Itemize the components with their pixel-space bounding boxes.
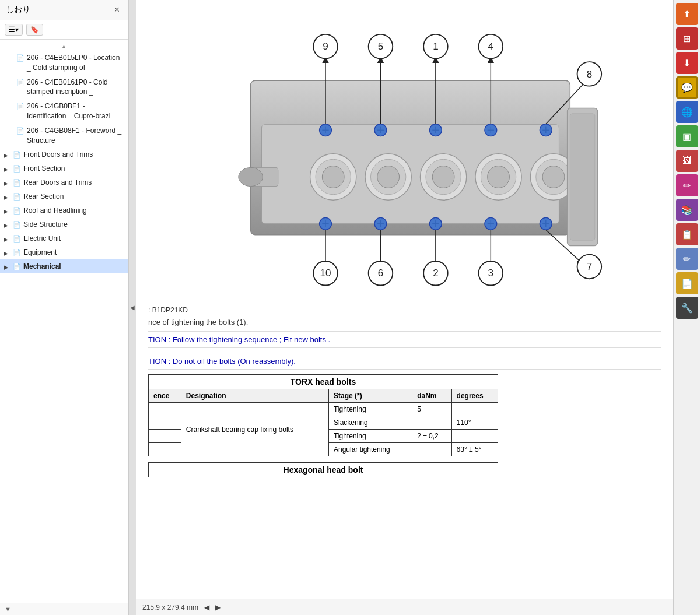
annotate-button[interactable]: ✏ (676, 248, 698, 270)
compare-button[interactable]: ▣ (676, 125, 698, 147)
cell-danm-4 (412, 443, 452, 456)
content-area[interactable]: 9 5 1 4 8 10 6 (136, 0, 673, 599)
svg-point-18 (239, 167, 263, 186)
engine-svg: 9 5 1 4 8 10 6 (206, 12, 603, 292)
sidebar-menu-button[interactable]: ☰▾ (5, 24, 23, 36)
expand-icon-1: ▶ (4, 152, 10, 159)
section-label-1: Front Doors and Trims (23, 150, 123, 159)
hex-table-header: Hexagonal head bolt (149, 463, 498, 477)
section-label-5: Roof and Headlining (23, 206, 123, 215)
tree-item-label-3: 206 - C4GB0BF1 - Identification _ Cupro-… (27, 101, 123, 121)
svg-text:9: 9 (323, 41, 328, 52)
section-doc-icon-9: 📄 (13, 263, 21, 270)
scroll-up-indicator: ▲ (0, 42, 128, 51)
tree-item-2[interactable]: 📄 206 - C4EB0161P0 - Cold stamped inscri… (0, 75, 128, 100)
sidebar-footer: ▼ (0, 603, 128, 615)
sidebar-header: しおり × (0, 0, 128, 20)
expand-icon-5: ▶ (4, 208, 10, 215)
cell-designation: Crankshaft bearing cap fixing bolts (181, 403, 328, 456)
svg-point-13 (377, 166, 400, 188)
tree-item-1[interactable]: 📄 206 - C4EB015LP0 - Location _ Cold sta… (0, 51, 128, 75)
section-label-2: Front Section (23, 164, 123, 173)
page-add-icon: 📄 (681, 278, 693, 289)
svg-rect-80 (570, 114, 595, 240)
tools-button[interactable]: 🔧 (676, 297, 698, 319)
library-button[interactable]: 📚 (676, 199, 698, 221)
expand-icon-2: ▶ (4, 166, 10, 173)
section-electric-unit[interactable]: ▶ 📄 Electric Unit (0, 231, 128, 245)
table-row: Crankshaft bearing cap fixing bolts Tigh… (149, 403, 498, 416)
tree-item-4[interactable]: 📄 206 - C4GB08F1 - Foreword _ Structure (0, 124, 128, 148)
tree-item-label-1: 206 - C4EB015LP0 - Location _ Cold stamp… (27, 53, 123, 73)
translate-icon: 🌐 (681, 107, 693, 118)
svg-text:2: 2 (433, 268, 438, 279)
section-doc-icon-8: 📄 (13, 249, 21, 256)
sidebar-tree: ▲ 📄 206 - C4EB015LP0 - Location _ Cold s… (0, 40, 128, 603)
nav-left-button[interactable]: ◀ (204, 603, 209, 612)
svg-text:10: 10 (320, 268, 331, 279)
cell-deg-4: 63° ± 5° (452, 443, 498, 456)
download-add-icon: ⬇ (683, 58, 691, 69)
cell-stage-1: Tightening (328, 403, 412, 416)
nav-right-button[interactable]: ▶ (215, 603, 220, 612)
sidebar-toolbar: ☰▾ 🔖 (0, 20, 128, 40)
svg-text:8: 8 (587, 69, 592, 80)
section-label-9: Mechanical (23, 262, 123, 270)
cell-deg-1 (452, 403, 498, 416)
section-equipment[interactable]: ▶ 📄 Equipment (0, 245, 128, 259)
grid-icon: ⊞ (683, 33, 691, 44)
tree-item-3[interactable]: 📄 206 - C4GB0BF1 - Identification _ Cupr… (0, 99, 128, 124)
section-front-doors[interactable]: ▶ 📄 Front Doors and Trims (0, 147, 128, 161)
grid-button[interactable]: ⊞ (676, 27, 698, 50)
section-roof[interactable]: ▶ 📄 Roof and Headlining (0, 203, 128, 217)
sidebar-close-button[interactable]: × (112, 5, 122, 15)
svg-text:1: 1 (433, 41, 438, 52)
cell-deg-2: 110° (452, 416, 498, 430)
section-mechanical[interactable]: ▶ 📄 Mechanical (0, 259, 128, 273)
doc-icon-4: 📄 (16, 126, 24, 135)
bookmark-icon: 🔖 (30, 26, 39, 34)
comment-button[interactable]: 💬 (676, 76, 698, 99)
tools-icon: 🔧 (681, 303, 693, 314)
cell-stage-4: Angular tightening (328, 443, 412, 456)
download-add-button[interactable]: ⬇ (676, 52, 698, 74)
section-rear-section[interactable]: ▶ 📄 Rear Section (0, 189, 128, 203)
collapse-handle[interactable]: ◀ (128, 0, 136, 615)
engine-diagram: 9 5 1 4 8 10 6 (148, 12, 662, 300)
section-label-8: Equipment (23, 248, 123, 256)
svg-point-4 (542, 166, 565, 188)
expand-icon-4: ▶ (4, 194, 10, 201)
svg-text:4: 4 (488, 41, 494, 52)
image-button[interactable]: 🖼 (676, 150, 698, 172)
section-doc-icon-1: 📄 (13, 151, 21, 159)
doc-note-2: TION : Do not oil the bolts (On reassemb… (148, 353, 662, 370)
main-content: 9 5 1 4 8 10 6 (136, 0, 673, 615)
sidebar-bookmark-button[interactable]: 🔖 (26, 24, 43, 36)
upload-icon: ⬆ (683, 9, 691, 20)
right-toolbar: ⬆ ⊞ ⬇ 💬 🌐 ▣ 🖼 ✏ 📚 📋 ✏ 📄 🔧 (673, 0, 700, 615)
doc-note-1: TION : Follow the tightening sequence ; … (148, 331, 662, 348)
translate-button[interactable]: 🌐 (676, 101, 698, 123)
cell-stage-3: Tightening (328, 430, 412, 443)
status-bar: 215.9 x 279.4 mm ◀ ▶ (136, 599, 673, 615)
edit-icon: ✏ (683, 180, 691, 191)
edit-button[interactable]: ✏ (676, 174, 698, 196)
section-front-section[interactable]: ▶ 📄 Front Section (0, 161, 128, 175)
col-header-danm: daNm (412, 389, 452, 403)
note2-text: TION : Do not oil the bolts (On reassemb… (148, 357, 296, 366)
note1-text: TION : Follow the tightening sequence ; … (148, 335, 330, 344)
page-add-button[interactable]: 📄 (676, 272, 698, 294)
clipboard-button[interactable]: 📋 (676, 223, 698, 245)
section-doc-icon-5: 📄 (13, 207, 21, 215)
expand-icon-6: ▶ (4, 222, 10, 229)
svg-text:3: 3 (488, 268, 494, 279)
section-label-6: Side Structure (23, 220, 123, 229)
section-side-structure[interactable]: ▶ 📄 Side Structure (0, 217, 128, 231)
upload-button[interactable]: ⬆ (676, 3, 698, 25)
section-rear-doors[interactable]: ▶ 📄 Rear Doors and Trims (0, 175, 128, 189)
section-doc-icon-4: 📄 (13, 193, 21, 201)
expand-icon-7: ▶ (4, 236, 10, 243)
torx-table-header: TORX head bolts (149, 375, 498, 389)
tree-item-label-2: 206 - C4EB0161P0 - Cold stamped inscript… (27, 78, 123, 97)
doc-code-ref: : B1DP21KD (148, 306, 662, 314)
